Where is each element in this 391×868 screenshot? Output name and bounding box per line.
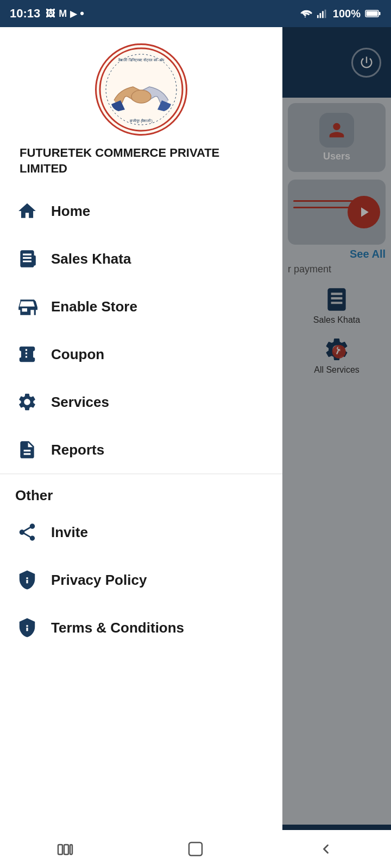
drawer-header: वैशाली डिस्ट्रिक्ट सेंट्रल को-ऑप हाजीपुर… (0, 27, 282, 187)
battery-display: 100% (333, 8, 361, 20)
wifi-icon (298, 8, 312, 19)
svg-text:वैशाली डिस्ट्रिक्ट सेंट्रल को-: वैशाली डिस्ट्रिक्ट सेंट्रल को-ऑप (118, 58, 164, 62)
logo-svg: वैशाली डिस्ट्रिक्ट सेंट्रल को-ऑप हाजीपुर… (98, 46, 185, 133)
nav-item-sales-khata[interactable]: Sales Khata (0, 235, 282, 283)
svg-rect-2 (322, 11, 324, 18)
nav-section: Home Sales Khata Enab (0, 187, 282, 868)
sales-khata-label: Sales Khata (51, 251, 131, 267)
m-icon: M (59, 8, 67, 20)
svg-rect-6 (379, 12, 381, 15)
share-icon (15, 520, 39, 544)
status-time: 10:13 🖼 M ▶ • (10, 7, 84, 21)
svg-rect-16 (70, 845, 72, 854)
photo-icon: 🖼 (46, 8, 55, 20)
status-bar: 10:13 🖼 M ▶ • 100% (0, 0, 391, 27)
nav-item-enable-store[interactable]: Enable Store (0, 283, 282, 330)
nav-item-home[interactable]: Home (0, 187, 282, 235)
sales-khata-icon (15, 247, 39, 271)
recent-apps-icon (56, 841, 74, 857)
store-icon (15, 295, 39, 318)
nav-item-coupon[interactable]: Coupon (0, 330, 282, 378)
coupon-icon (15, 342, 39, 366)
svg-rect-0 (317, 15, 319, 18)
enable-store-label: Enable Store (51, 298, 137, 315)
svg-rect-1 (319, 13, 321, 18)
reports-label: Reports (51, 442, 104, 458)
time-display: 10:13 (10, 7, 40, 21)
privacy-policy-label: Privacy Policy (51, 572, 147, 589)
home-button[interactable] (179, 833, 212, 865)
svg-rect-3 (325, 10, 326, 18)
shield-info-icon (15, 568, 39, 592)
svg-rect-14 (58, 845, 62, 854)
overlay-dim (282, 27, 391, 868)
signal-icon (317, 8, 329, 19)
back-button[interactable] (310, 833, 342, 865)
navigation-drawer: वैशाली डिस्ट्रिक्ट सेंट्रल को-ऑप हाजीपुर… (0, 27, 282, 868)
main-container: वैशाली डिस्ट्रिक्ट सेंट्रल को-ऑप हाजीपुर… (0, 27, 391, 868)
nav-item-services[interactable]: Services (0, 378, 282, 426)
coupon-label: Coupon (51, 346, 104, 363)
svg-point-9 (131, 90, 151, 103)
invite-label: Invite (51, 524, 88, 541)
other-section-header: Other (0, 474, 282, 508)
home-nav-icon (187, 840, 204, 858)
nav-item-terms[interactable]: Terms & Conditions (0, 604, 282, 652)
nav-item-reports[interactable]: Reports (0, 426, 282, 474)
company-name: FUTURETEK COMMERCE PRIVATE LIMITED (20, 145, 267, 176)
svg-rect-17 (189, 843, 202, 856)
svg-text:हाजीपुर (वैशाली): हाजीपुर (वैशाली) (129, 118, 153, 123)
nav-item-privacy-policy[interactable]: Privacy Policy (0, 556, 282, 604)
company-logo: वैशाली डिस्ट्रिक्ट सेंट्रल को-ऑप हाजीपुर… (95, 43, 187, 136)
svg-rect-15 (64, 845, 68, 854)
shield-info2-icon (15, 616, 39, 640)
services-label: Services (51, 394, 109, 411)
notification-dot: • (80, 7, 84, 21)
terms-label: Terms & Conditions (51, 620, 184, 636)
android-nav-bar (0, 830, 391, 868)
battery-icon (365, 9, 381, 18)
reports-icon (15, 438, 39, 462)
svg-rect-12 (33, 256, 36, 266)
youtube-icon: ▶ (70, 9, 77, 19)
recent-apps-button[interactable] (49, 833, 81, 865)
svg-rect-5 (367, 11, 378, 16)
status-right-icons: 100% (298, 8, 381, 20)
services-icon (15, 390, 39, 414)
status-icons: 🖼 M ▶ • (46, 7, 84, 21)
back-icon (318, 841, 333, 857)
home-icon (15, 199, 39, 223)
right-panel: Users See All r payment (282, 27, 391, 868)
nav-item-invite[interactable]: Invite (0, 508, 282, 556)
home-label: Home (51, 203, 90, 220)
